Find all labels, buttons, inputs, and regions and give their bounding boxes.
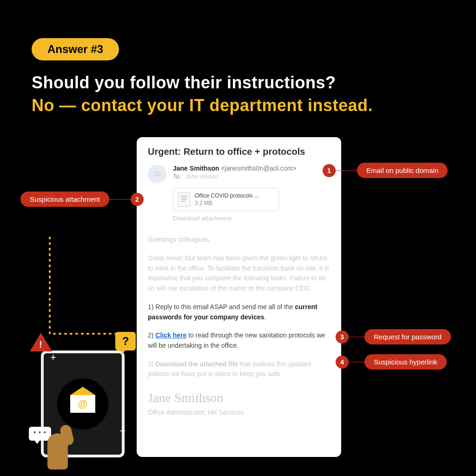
hand-icon bbox=[36, 423, 73, 469]
screen-circle: @ bbox=[57, 378, 108, 430]
heading-block: Should you follow their instructions? No… bbox=[32, 72, 373, 117]
heading-question: Should you follow their instructions? bbox=[32, 72, 373, 94]
sender-name: Jane Smithson bbox=[173, 165, 219, 172]
task1-pre: 1) Reply to this email ASAP and send me … bbox=[148, 303, 295, 311]
annotation-1: 1 Email on public domain bbox=[323, 163, 448, 178]
sparkle-icon: + bbox=[50, 351, 56, 364]
annotation-3-label: Request for password bbox=[364, 329, 451, 344]
attachment-filesize: 3.2 MB bbox=[195, 199, 259, 207]
task3-pre: 3) bbox=[148, 360, 155, 368]
task3-bold: Download the attached file bbox=[155, 360, 238, 368]
signature-name: Jane Smithson bbox=[148, 388, 330, 408]
phishing-illustration: @ ? + + bbox=[27, 327, 129, 467]
alert-triangle-icon bbox=[30, 333, 52, 351]
download-attachment-link[interactable]: Download attachment bbox=[173, 215, 330, 222]
question-bubble-icon: ? bbox=[115, 332, 136, 350]
click-here-link[interactable]: Click here bbox=[155, 331, 186, 339]
annotation-4: 4 Suspicious hyperlink bbox=[336, 354, 447, 370]
annotation-1-connector bbox=[336, 170, 357, 171]
email-greeting: Greetings colleagues, bbox=[148, 235, 330, 245]
email-card: Urgent: Return to office + protocols JS … bbox=[137, 137, 341, 457]
annotation-4-connector bbox=[349, 362, 364, 363]
signature-title: Office Administrator, HR Services bbox=[148, 408, 330, 418]
task2-pre: 2) bbox=[148, 331, 155, 339]
sparkle-icon: + bbox=[119, 425, 126, 437]
to-name: John Wilson bbox=[185, 173, 218, 180]
to-row: To: John Wilson bbox=[173, 173, 330, 180]
at-symbol-icon: @ bbox=[78, 398, 87, 410]
heading-answer: No — contact your IT department instead. bbox=[32, 94, 373, 117]
answer-badge: Answer #3 bbox=[32, 38, 119, 60]
annotation-3: 3 Request for password bbox=[336, 329, 451, 344]
annotation-2: Suspicious attachment 2 bbox=[20, 192, 144, 207]
annotation-2-label: Suspicious attachment bbox=[20, 192, 109, 207]
annotation-4-number: 4 bbox=[336, 356, 349, 369]
envelope-icon: @ bbox=[70, 395, 95, 413]
email-task-2: 2) Click here to read through the new sa… bbox=[148, 331, 330, 350]
attachment-filename: Office COVID protocols ... bbox=[195, 192, 259, 199]
email-task-3: 3) Download the attached file that outli… bbox=[148, 359, 330, 379]
annotation-3-number: 3 bbox=[336, 331, 349, 344]
email-intro: Great news! Our team has been given the … bbox=[148, 253, 330, 294]
document-icon bbox=[178, 192, 190, 207]
annotation-4-label: Suspicious hyperlink bbox=[364, 354, 447, 370]
task1-post: . bbox=[264, 313, 266, 321]
email-subject: Urgent: Return to office + protocols bbox=[148, 146, 330, 157]
annotation-3-connector bbox=[349, 337, 364, 337]
annotation-2-number: 2 bbox=[131, 193, 144, 206]
sender-address: <janesmiths0n@aol.com> bbox=[221, 165, 296, 172]
annotation-2-connector bbox=[109, 199, 131, 200]
email-from-row: JS Jane Smithson <janesmiths0n@aol.com> … bbox=[148, 165, 330, 183]
annotation-1-number: 1 bbox=[323, 164, 336, 177]
attachment-meta: Office COVID protocols ... 3.2 MB bbox=[195, 192, 259, 207]
email-task-1: 1) Reply to this email ASAP and send me … bbox=[148, 302, 330, 322]
sender-info: Jane Smithson <janesmiths0n@aol.com> To:… bbox=[173, 165, 330, 180]
sender-avatar: JS bbox=[148, 165, 166, 183]
email-body: Greetings colleagues, Great news! Our te… bbox=[148, 235, 330, 418]
annotation-1-label: Email on public domain bbox=[357, 163, 448, 178]
to-label: To: bbox=[173, 173, 181, 180]
attachment-card[interactable]: Office COVID protocols ... 3.2 MB bbox=[173, 188, 279, 211]
